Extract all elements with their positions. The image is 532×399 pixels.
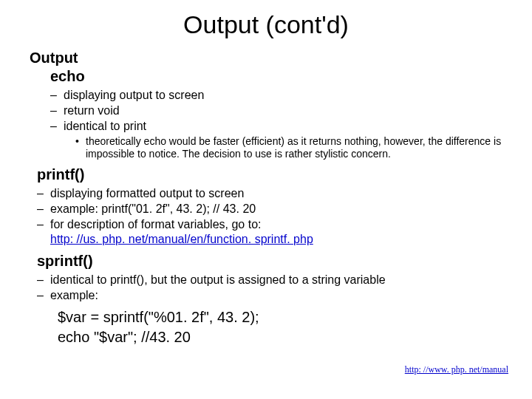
list-item: displaying output to screen <box>50 88 502 103</box>
code-line: echo "$var"; //43. 20 <box>58 327 502 347</box>
list-item: example: <box>37 288 502 303</box>
list-item: identical to print <box>50 119 502 134</box>
printf-link-prefix: for description of format variables, go … <box>50 218 261 231</box>
slide: Output (cont'd) Output echo displaying o… <box>0 0 532 399</box>
heading-sprintf: sprintf() <box>37 253 502 270</box>
php-manual-link[interactable]: http: //www. php. net/manual <box>405 364 508 375</box>
list-item: for description of format variables, go … <box>37 217 502 247</box>
slide-title: Output (cont'd) <box>30 10 502 39</box>
list-item: identical to printf(), but the output is… <box>37 273 502 287</box>
list-item: displaying formatted output to screen <box>37 186 502 201</box>
heading-printf: printf() <box>37 166 502 183</box>
list-item: theoretically echo would be faster (effi… <box>75 135 502 160</box>
sprintf-list: identical to printf(), but the output is… <box>37 273 502 303</box>
heading-output: Output <box>30 50 502 66</box>
footer-link-container: http: //www. php. net/manual <box>405 364 508 375</box>
heading-echo: echo <box>50 68 502 85</box>
code-block: $var = sprintf("%01. 2f", 43. 2); echo "… <box>58 307 502 347</box>
echo-sublist: theoretically echo would be faster (effi… <box>75 135 502 160</box>
echo-list: displaying output to screen return void … <box>50 88 502 134</box>
printf-doc-link[interactable]: http: //us. php. net/manual/en/function.… <box>50 233 313 245</box>
printf-list: displaying formatted output to screen ex… <box>37 186 502 247</box>
list-item: example: printf("01. 2f", 43. 2); // 43.… <box>37 202 502 216</box>
code-line: $var = sprintf("%01. 2f", 43. 2); <box>58 307 502 327</box>
list-item: return void <box>50 103 502 118</box>
